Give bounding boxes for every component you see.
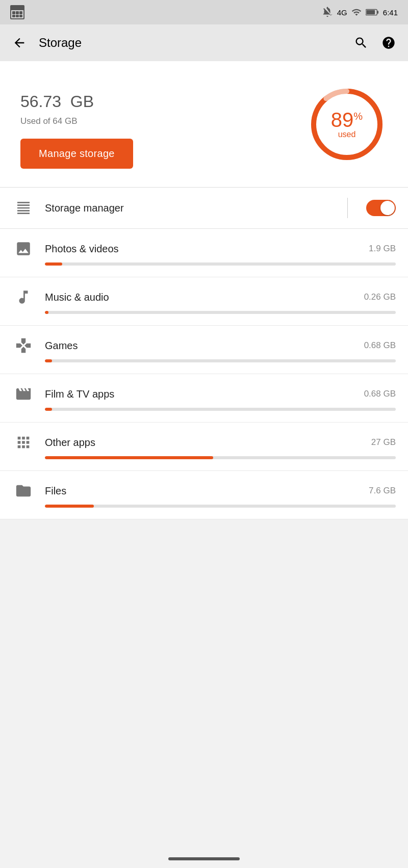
list-item-content-0: Photos & videos 1.9 GB bbox=[45, 243, 396, 255]
list-item-size-5: 7.6 GB bbox=[369, 486, 396, 496]
list-item-content-2: Games 0.68 GB bbox=[45, 340, 396, 352]
list-item-bar-0 bbox=[0, 262, 408, 277]
list-item-name-2: Games bbox=[45, 340, 78, 352]
row-divider bbox=[347, 198, 348, 218]
files-icon bbox=[12, 482, 35, 499]
list-item[interactable]: Other apps 27 GB bbox=[0, 423, 408, 471]
list-item-bar-2 bbox=[0, 359, 408, 374]
storage-used-display: 56.73 GB bbox=[20, 80, 133, 112]
help-button[interactable] bbox=[379, 34, 398, 52]
storage-manager-icon bbox=[12, 200, 35, 216]
list-item[interactable]: Games 0.68 GB bbox=[0, 326, 408, 374]
storage-manager-row[interactable]: Storage manager bbox=[0, 188, 408, 229]
list-item-size-0: 1.9 GB bbox=[369, 244, 396, 254]
status-bar-left bbox=[10, 5, 24, 19]
bottom-home-bar bbox=[0, 850, 408, 868]
storage-total-text: Used of 64 GB bbox=[20, 116, 133, 126]
home-indicator bbox=[168, 857, 240, 860]
storage-info: 56.73 GB Used of 64 GB Manage storage bbox=[20, 80, 133, 169]
list-item-row-2: Games 0.68 GB bbox=[0, 326, 408, 359]
back-button[interactable] bbox=[10, 34, 29, 52]
list-item-size-4: 27 GB bbox=[371, 437, 396, 448]
svg-rect-2 bbox=[366, 10, 375, 14]
progress-bar-bg-1 bbox=[45, 311, 396, 314]
storage-list: Storage manager Photos & videos 1.9 GB bbox=[0, 188, 408, 519]
list-item-row-4: Other apps 27 GB bbox=[0, 423, 408, 456]
list-item-size-3: 0.68 GB bbox=[364, 389, 396, 399]
list-item-content-5: Files 7.6 GB bbox=[45, 485, 396, 497]
progress-bar-fill-1 bbox=[45, 311, 48, 314]
progress-bar-fill-2 bbox=[45, 359, 52, 362]
storage-donut-chart: 89% used bbox=[306, 84, 388, 165]
list-item[interactable]: Music & audio 0.26 GB bbox=[0, 277, 408, 326]
list-item-name-1: Music & audio bbox=[45, 292, 109, 303]
storage-used-amount: 56.73 GB bbox=[20, 77, 94, 114]
progress-bar-fill-5 bbox=[45, 505, 94, 508]
list-item-bar-4 bbox=[0, 456, 408, 470]
storage-items-container: Photos & videos 1.9 GB Music & audio 0.2… bbox=[0, 229, 408, 519]
progress-bar-bg-0 bbox=[45, 262, 396, 266]
list-item-row-5: Files 7.6 GB bbox=[0, 471, 408, 505]
header-icons bbox=[352, 34, 398, 52]
toggle-track bbox=[366, 200, 396, 216]
status-time: 6:41 bbox=[383, 8, 398, 17]
film-icon bbox=[12, 385, 35, 403]
list-item-content-1: Music & audio 0.26 GB bbox=[45, 292, 396, 303]
storage-manager-label: Storage manager bbox=[45, 202, 337, 214]
header: Storage bbox=[0, 24, 408, 61]
list-item-row-1: Music & audio 0.26 GB bbox=[0, 277, 408, 311]
status-bar: 4G 6:41 bbox=[0, 0, 408, 24]
progress-bar-fill-3 bbox=[45, 408, 52, 411]
list-item[interactable]: Film & TV apps 0.68 GB bbox=[0, 374, 408, 423]
list-item-name-3: Film & TV apps bbox=[45, 388, 114, 400]
progress-bar-fill-4 bbox=[45, 456, 213, 459]
network-type: 4G bbox=[337, 8, 347, 17]
progress-bar-bg-3 bbox=[45, 408, 396, 411]
list-item-name-5: Files bbox=[45, 485, 66, 497]
battery-icon bbox=[366, 7, 379, 18]
progress-bar-bg-5 bbox=[45, 505, 396, 508]
games-icon bbox=[12, 337, 35, 354]
toggle-thumb bbox=[380, 201, 395, 215]
list-item-name-0: Photos & videos bbox=[45, 243, 119, 255]
donut-percent: 89% bbox=[331, 110, 363, 130]
manage-storage-button[interactable]: Manage storage bbox=[20, 139, 133, 169]
list-item-content-3: Film & TV apps 0.68 GB bbox=[45, 388, 396, 400]
storage-manager-toggle[interactable] bbox=[366, 200, 396, 216]
apps-icon bbox=[12, 434, 35, 451]
signal-icon bbox=[351, 7, 362, 17]
list-item-bar-5 bbox=[0, 505, 408, 519]
list-item-content-4: Other apps 27 GB bbox=[45, 437, 396, 449]
list-item[interactable]: Files 7.6 GB bbox=[0, 471, 408, 519]
list-item[interactable]: Photos & videos 1.9 GB bbox=[0, 229, 408, 277]
list-item-row-3: Film & TV apps 0.68 GB bbox=[0, 374, 408, 408]
list-item-name-4: Other apps bbox=[45, 437, 95, 449]
progress-bar-bg-4 bbox=[45, 456, 396, 459]
search-button[interactable] bbox=[352, 34, 370, 52]
list-item-bar-3 bbox=[0, 408, 408, 422]
status-bar-right: 4G 6:41 bbox=[322, 7, 398, 18]
storage-summary-card: 56.73 GB Used of 64 GB Manage storage 89… bbox=[0, 61, 408, 187]
donut-center-text: 89% used bbox=[331, 110, 363, 139]
list-item-size-2: 0.68 GB bbox=[364, 340, 396, 351]
photos-icon bbox=[12, 240, 35, 257]
svg-rect-1 bbox=[377, 11, 378, 14]
list-item-bar-1 bbox=[0, 311, 408, 325]
calendar-icon bbox=[10, 5, 24, 19]
progress-bar-fill-0 bbox=[45, 262, 62, 266]
bell-muted-icon bbox=[322, 7, 333, 18]
donut-label: used bbox=[331, 130, 363, 139]
page-title: Storage bbox=[39, 36, 342, 50]
music-icon bbox=[12, 288, 35, 306]
list-item-row-0: Photos & videos 1.9 GB bbox=[0, 229, 408, 262]
progress-bar-bg-2 bbox=[45, 359, 396, 362]
list-item-size-1: 0.26 GB bbox=[364, 292, 396, 302]
